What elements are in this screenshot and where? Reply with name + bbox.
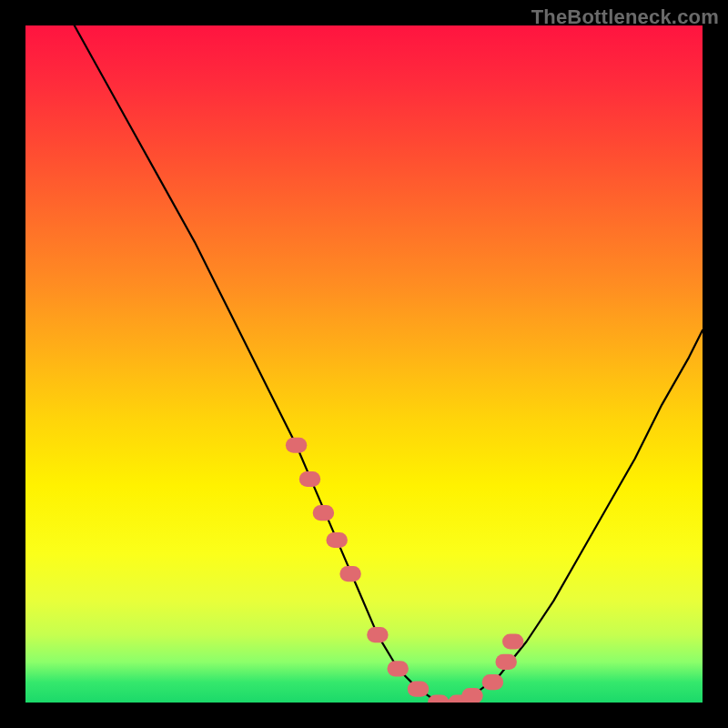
highlight-marker	[327, 532, 348, 548]
highlight-marker	[313, 505, 334, 521]
highlight-marker	[428, 695, 449, 703]
chart-frame: TheBottleneck.com	[0, 0, 728, 728]
curve-svg	[25, 25, 703, 703]
highlight-marker	[482, 674, 503, 690]
highlight-marker	[461, 688, 482, 703]
highlight-marker	[339, 566, 360, 581]
highlight-marker	[286, 438, 307, 453]
highlight-marker	[367, 627, 388, 642]
highlight-marker	[388, 661, 409, 676]
highlight-markers	[286, 438, 524, 703]
bottleneck-curve	[25, 25, 703, 703]
plot-area	[25, 25, 703, 703]
highlight-marker	[408, 682, 429, 697]
highlight-marker	[299, 471, 320, 487]
highlight-marker	[502, 634, 523, 650]
highlight-marker	[496, 654, 517, 670]
